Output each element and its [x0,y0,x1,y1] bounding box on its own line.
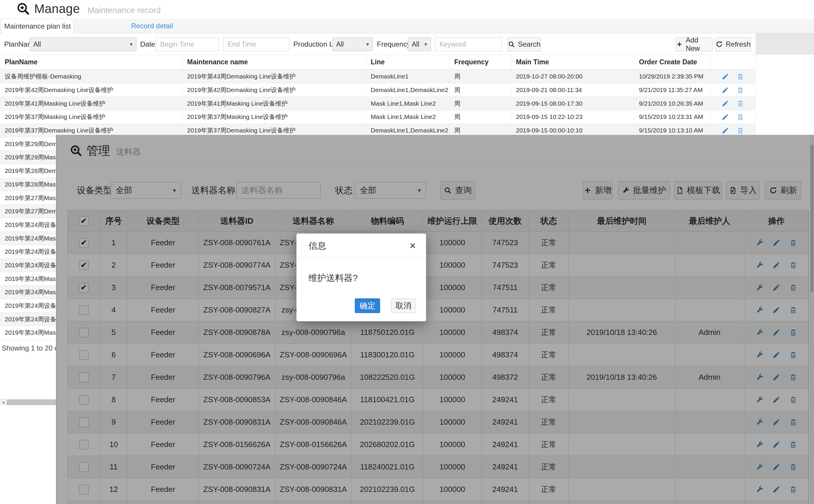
add-new-button[interactable]: Add New [676,37,712,51]
cell-plan: 设备周维护模板-Demasking [0,70,182,83]
cell-plan: 2019年第41周Masking Line设备维护 [0,97,182,110]
page-subtitle: Maintenance record [88,6,161,15]
edit-icon[interactable] [722,86,729,94]
production-line-select-value: All [336,40,344,48]
edit-icon[interactable] [722,113,729,121]
end-time-input[interactable] [223,37,289,51]
dialog-cancel-button[interactable]: 取消 [391,298,416,313]
scroll-left-arrow-icon[interactable]: ◄ [0,399,6,405]
frequency-select-value: All [412,40,419,48]
cell-created: 10/29/2019 2:39:35 PM [634,70,710,83]
zoom-in-icon [17,2,30,16]
cell-created: 9/15/2019 10:23:31 AM [634,110,710,124]
close-icon[interactable]: × [410,240,416,251]
maintenance-plan-row[interactable]: 设备周维护模板-Demasking2019年第43周Demasking Line… [0,70,756,84]
cell-freq: 周 [450,97,511,110]
page-header: Manage Maintenance record [0,0,814,19]
cell-main_time: 2019-09-21 08:00-11:34 [511,84,634,97]
column-header [710,55,756,69]
cell-created: 9/21/2019 11:35:27 AM [634,84,710,97]
cell-freq: 周 [450,84,511,97]
cell-line: Mask Line1,Mask Line2 [366,97,450,110]
column-header: PlanName [0,55,182,69]
cell-plan: 2019年第37周Masking Line设备维护 [0,110,182,124]
cell-name: 2019年第42周Demasking Line设备维护 [182,84,366,97]
chevron-down-icon: ▾ [424,41,427,48]
column-header: Order Create Date [634,55,710,69]
plus-icon [676,41,683,48]
chevron-down-icon: ▾ [366,41,369,48]
delete-icon[interactable] [737,73,744,80]
row-actions [710,70,756,83]
delete-icon[interactable] [737,127,744,134]
tab-maintenance-plan-list[interactable]: Maintenance plan list [1,19,74,34]
dialog-message: 维护送料器? [308,269,358,287]
planname-select-value: All [33,40,41,48]
column-header: Frequency [450,55,511,69]
maintenance-table-header: PlanNameMaintenance nameLineFrequencyMai… [0,55,756,70]
delete-icon[interactable] [737,100,744,107]
message-dialog: 信息 × 维护送料器? 确定 取消 [296,233,426,321]
cell-plan: 2019年第42周Demasking Line设备维护 [0,84,182,97]
search-button[interactable]: Search [508,37,541,51]
page-background-strip [756,33,814,55]
date-label: Date [140,37,155,51]
delete-icon[interactable] [737,113,744,121]
cell-freq: 周 [450,110,511,124]
search-icon [508,41,515,48]
dialog-title: 信息 [308,234,326,258]
modal-backdrop [56,135,814,504]
cell-main_time: 2019-09-15 10:22-10:23 [511,110,634,124]
refresh-button[interactable]: Refresh [715,37,751,51]
cell-line: Mask Line1,Mask Line2 [366,110,450,124]
refresh-button-label: Refresh [726,40,751,48]
planname-select[interactable]: All ▾ [30,37,136,51]
cell-created: 9/21/2019 10:26:35 AM [634,97,710,110]
row-actions [710,84,756,97]
add-new-button-label: Add New [686,36,712,53]
row-actions [710,97,756,110]
tab-record-detail[interactable]: Record detail [125,19,179,33]
tab-bar: Maintenance plan list Record detail [0,19,814,33]
edit-icon[interactable] [722,100,729,107]
row-actions [710,110,756,124]
refresh-icon [716,41,723,48]
cell-main_time: 2019-10-27 08:00-20:00 [511,70,634,83]
edit-icon[interactable] [722,73,729,80]
frequency-label: Frequency [377,37,410,51]
search-button-label: Search [518,40,540,48]
column-header: Main Time [511,55,634,69]
page-title: Manage [34,2,80,16]
column-header: Maintenance name [182,55,366,69]
dialog-header: 信息 × [297,234,426,258]
cell-name: 2019年第41周Masking Line设备维护 [182,97,366,110]
dialog-ok-button[interactable]: 确定 [355,298,380,313]
cell-main_time: 2019-09-15 08:00-17:30 [511,97,634,110]
edit-icon[interactable] [722,127,729,134]
maintenance-plan-row[interactable]: 2019年第42周Demasking Line设备维护2019年第42周Dema… [0,84,756,97]
begin-time-input[interactable] [156,37,219,51]
column-header: Line [366,55,450,69]
maintenance-plan-row[interactable]: 2019年第41周Masking Line设备维护2019年第41周Maskin… [0,97,756,110]
cell-name: 2019年第43周Demasking Line设备维护 [182,70,366,83]
maintenance-plan-row[interactable]: 2019年第37周Masking Line设备维护2019年第37周Maskin… [0,110,756,124]
chevron-down-icon: ▾ [130,41,133,48]
cell-line: DemaskLine1,DemaskLine2 [366,84,450,97]
keyword-input[interactable] [435,37,502,51]
production-line-select[interactable]: All ▾ [332,37,373,51]
screen: Manage Maintenance record Maintenance pl… [0,0,814,504]
frequency-select[interactable]: All ▾ [408,37,431,51]
cell-name: 2019年第37周Masking Line设备维护 [182,110,366,124]
cell-freq: 周 [450,70,511,83]
cell-line: DemaskLine1 [366,70,450,83]
delete-icon[interactable] [737,86,744,94]
